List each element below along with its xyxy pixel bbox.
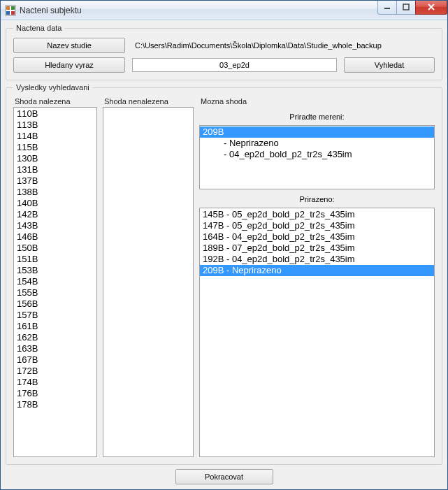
tree-child[interactable]: - Neprirazeno	[200, 138, 434, 149]
maximize-button[interactable]	[396, 1, 416, 15]
tree-root[interactable]: 209B	[200, 127, 434, 138]
list-item[interactable]: 130B	[14, 153, 96, 164]
found-header: Shoda nalezena	[13, 97, 97, 107]
list-item[interactable]: 155B	[14, 287, 96, 298]
list-item[interactable]: 178B	[14, 399, 96, 410]
list-item[interactable]: 146B	[14, 231, 96, 243]
app-window: Nacteni subjektu Nactena data Nazev stud…	[0, 0, 448, 490]
list-item[interactable]: 156B	[14, 298, 96, 310]
list-item[interactable]: 143B	[14, 220, 96, 231]
study-name-button[interactable]: Nazev studie	[13, 38, 125, 53]
window-controls	[378, 1, 447, 15]
list-item[interactable]: 110B	[14, 108, 96, 120]
list-item[interactable]: 172B	[14, 366, 96, 377]
list-item[interactable]: 157B	[14, 310, 96, 321]
tree-child[interactable]: - 04_ep2d_bold_p2_tr2s_435im	[200, 149, 434, 160]
study-path-text: C:\Users\Radim\Documents\Škola\Diplomka\…	[132, 41, 435, 50]
list-item[interactable]: 131B	[14, 164, 96, 175]
bottom-bar: Pokracovat	[6, 468, 442, 484]
list-item[interactable]: 142B	[14, 209, 96, 220]
list-item[interactable]: 114B	[14, 131, 96, 142]
list-item[interactable]: 161B	[14, 321, 96, 332]
list-item[interactable]: 174B	[14, 377, 96, 388]
minimize-button[interactable]	[377, 1, 397, 15]
list-item[interactable]: 140B	[14, 198, 96, 209]
possible-column: Mozna shoda Priradte mereni: 209B- Nepri…	[199, 97, 435, 457]
client-area: Nactena data Nazev studie C:\Users\Radim…	[1, 20, 447, 489]
assign-treebox[interactable]: 209B- Neprirazeno- 04_ep2d_bold_p2_tr2s_…	[199, 125, 435, 189]
results-group: Vysledky vyhledavani Shoda nalezena 110B…	[6, 83, 442, 465]
list-item[interactable]: 176B	[14, 388, 96, 399]
app-icon	[5, 5, 16, 16]
loaded-data-legend: Nactena data	[13, 24, 64, 32]
found-column: Shoda nalezena 110B113B114B115B130B131B1…	[13, 97, 97, 457]
notfound-column: Shoda nenalezena	[103, 97, 194, 457]
close-button[interactable]	[415, 1, 447, 15]
list-item[interactable]: 113B	[14, 120, 96, 131]
assigned-label: Prirazeno:	[199, 192, 435, 205]
loaded-data-group: Nactena data Nazev studie C:\Users\Radim…	[6, 24, 442, 80]
continue-button[interactable]: Pokracovat	[175, 469, 273, 484]
assigned-row[interactable]: 147B - 05_ep2d_bold_p2_tr2s_435im	[200, 220, 434, 231]
assigned-row[interactable]: 189B - 07_ep2d_bold_p2_tr2s_435im	[200, 243, 434, 254]
titlebar[interactable]: Nacteni subjektu	[1, 1, 447, 20]
list-item[interactable]: 154B	[14, 276, 96, 287]
svg-rect-4	[11, 11, 15, 15]
assigned-row[interactable]: 209B - Neprirazeno	[200, 265, 434, 276]
svg-rect-3	[6, 11, 10, 15]
search-input[interactable]	[132, 58, 337, 72]
svg-rect-2	[11, 6, 15, 10]
assigned-row[interactable]: 145B - 05_ep2d_bold_p2_tr2s_435im	[200, 209, 434, 220]
assign-label: Priradte mereni:	[199, 110, 435, 122]
list-item[interactable]: 153B	[14, 265, 96, 276]
window-title: Nacteni subjektu	[20, 6, 378, 15]
assigned-row[interactable]: 164B - 04_ep2d_bold_p2_tr2s_435im	[200, 231, 434, 243]
results-legend: Vysledky vyhledavani	[13, 83, 92, 92]
search-term-label-button[interactable]: Hledany vyraz	[13, 57, 125, 73]
list-item[interactable]: 138B	[14, 187, 96, 198]
list-item[interactable]: 162B	[14, 332, 96, 343]
found-listbox[interactable]: 110B113B114B115B130B131B137B138B140B142B…	[13, 107, 97, 457]
assigned-listbox[interactable]: 145B - 05_ep2d_bold_p2_tr2s_435im147B - …	[199, 208, 435, 457]
list-item[interactable]: 151B	[14, 254, 96, 265]
svg-rect-6	[403, 4, 409, 10]
search-button[interactable]: Vyhledat	[344, 57, 435, 73]
notfound-header: Shoda nenalezena	[103, 97, 194, 107]
svg-rect-5	[384, 8, 390, 9]
list-item[interactable]: 115B	[14, 142, 96, 153]
list-item[interactable]: 150B	[14, 243, 96, 254]
notfound-listbox[interactable]	[103, 107, 194, 457]
svg-rect-1	[6, 6, 10, 10]
assigned-row[interactable]: 192B - 04_ep2d_bold_p2_tr2s_435im	[200, 254, 434, 265]
list-item[interactable]: 137B	[14, 175, 96, 187]
list-item[interactable]: 167B	[14, 354, 96, 366]
possible-header: Mozna shoda	[199, 97, 435, 107]
list-item[interactable]: 163B	[14, 343, 96, 354]
